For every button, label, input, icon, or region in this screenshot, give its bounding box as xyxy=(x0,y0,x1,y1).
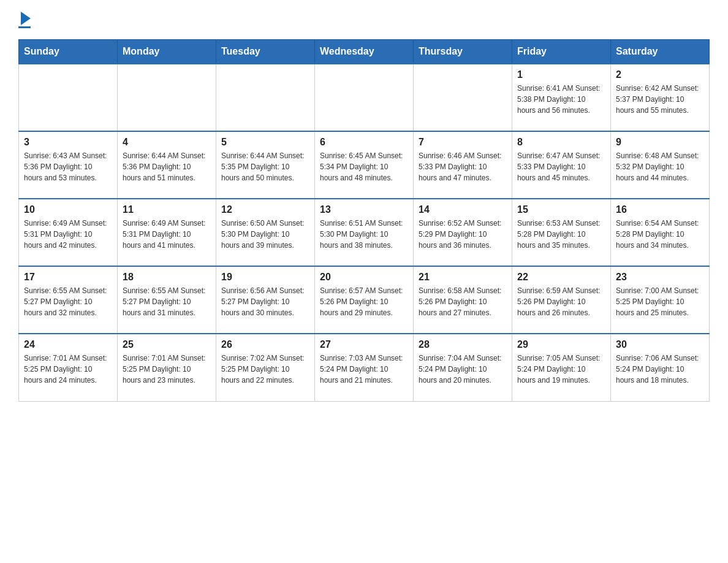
calendar-cell: 16Sunrise: 6:54 AM Sunset: 5:28 PM Dayli… xyxy=(611,199,710,266)
day-number: 24 xyxy=(24,339,112,350)
calendar-cell: 23Sunrise: 7:00 AM Sunset: 5:25 PM Dayli… xyxy=(611,266,710,334)
day-info: Sunrise: 6:59 AM Sunset: 5:26 PM Dayligh… xyxy=(517,285,605,318)
day-info: Sunrise: 6:52 AM Sunset: 5:29 PM Dayligh… xyxy=(419,218,507,251)
calendar-cell: 10Sunrise: 6:49 AM Sunset: 5:31 PM Dayli… xyxy=(19,199,118,266)
day-number: 26 xyxy=(221,339,309,350)
day-info: Sunrise: 6:55 AM Sunset: 5:27 PM Dayligh… xyxy=(123,285,211,318)
day-info: Sunrise: 6:51 AM Sunset: 5:30 PM Dayligh… xyxy=(320,218,408,251)
day-number: 30 xyxy=(616,339,704,350)
day-info: Sunrise: 7:00 AM Sunset: 5:25 PM Dayligh… xyxy=(616,285,704,318)
day-info: Sunrise: 7:05 AM Sunset: 5:24 PM Dayligh… xyxy=(517,353,605,386)
day-number: 3 xyxy=(24,137,112,148)
day-info: Sunrise: 7:01 AM Sunset: 5:25 PM Dayligh… xyxy=(123,353,211,386)
calendar-cell xyxy=(414,64,512,131)
header-monday: Monday xyxy=(118,40,216,64)
calendar-cell: 7Sunrise: 6:46 AM Sunset: 5:33 PM Daylig… xyxy=(414,131,512,199)
calendar-cell: 8Sunrise: 6:47 AM Sunset: 5:33 PM Daylig… xyxy=(512,131,611,199)
calendar-cell: 17Sunrise: 6:55 AM Sunset: 5:27 PM Dayli… xyxy=(19,266,118,334)
calendar-week-row: 10Sunrise: 6:49 AM Sunset: 5:31 PM Dayli… xyxy=(19,199,710,266)
day-number: 18 xyxy=(123,272,211,283)
day-number: 9 xyxy=(616,137,704,148)
calendar-cell: 4Sunrise: 6:44 AM Sunset: 5:36 PM Daylig… xyxy=(118,131,216,199)
calendar-cell: 27Sunrise: 7:03 AM Sunset: 5:24 PM Dayli… xyxy=(315,334,414,401)
day-info: Sunrise: 6:42 AM Sunset: 5:37 PM Dayligh… xyxy=(616,83,704,116)
day-number: 19 xyxy=(221,272,309,283)
calendar-cell: 24Sunrise: 7:01 AM Sunset: 5:25 PM Dayli… xyxy=(19,334,118,401)
calendar-header-row: SundayMondayTuesdayWednesdayThursdayFrid… xyxy=(19,40,710,64)
day-number: 6 xyxy=(320,137,408,148)
calendar-cell: 5Sunrise: 6:44 AM Sunset: 5:35 PM Daylig… xyxy=(216,131,315,199)
calendar-cell: 25Sunrise: 7:01 AM Sunset: 5:25 PM Dayli… xyxy=(118,334,216,401)
day-number: 23 xyxy=(616,272,704,283)
day-info: Sunrise: 7:03 AM Sunset: 5:24 PM Dayligh… xyxy=(320,353,408,386)
calendar-week-row: 17Sunrise: 6:55 AM Sunset: 5:27 PM Dayli… xyxy=(19,266,710,334)
calendar-cell: 30Sunrise: 7:06 AM Sunset: 5:24 PM Dayli… xyxy=(611,334,710,401)
day-number: 12 xyxy=(221,204,309,215)
calendar-cell: 14Sunrise: 6:52 AM Sunset: 5:29 PM Dayli… xyxy=(414,199,512,266)
day-info: Sunrise: 7:06 AM Sunset: 5:24 PM Dayligh… xyxy=(616,353,704,386)
calendar-table: SundayMondayTuesdayWednesdayThursdayFrid… xyxy=(18,39,710,402)
day-info: Sunrise: 6:53 AM Sunset: 5:28 PM Dayligh… xyxy=(517,218,605,251)
calendar-cell xyxy=(118,64,216,131)
calendar-cell: 15Sunrise: 6:53 AM Sunset: 5:28 PM Dayli… xyxy=(512,199,611,266)
day-number: 5 xyxy=(221,137,309,148)
page-header xyxy=(18,12,710,28)
calendar-cell: 1Sunrise: 6:41 AM Sunset: 5:38 PM Daylig… xyxy=(512,64,611,131)
day-info: Sunrise: 6:56 AM Sunset: 5:27 PM Dayligh… xyxy=(221,285,309,318)
calendar-cell: 9Sunrise: 6:48 AM Sunset: 5:32 PM Daylig… xyxy=(611,131,710,199)
day-info: Sunrise: 7:04 AM Sunset: 5:24 PM Dayligh… xyxy=(419,353,507,386)
day-info: Sunrise: 6:49 AM Sunset: 5:31 PM Dayligh… xyxy=(24,218,112,251)
day-number: 8 xyxy=(517,137,605,148)
day-number: 11 xyxy=(123,204,211,215)
day-number: 20 xyxy=(320,272,408,283)
calendar-cell: 19Sunrise: 6:56 AM Sunset: 5:27 PM Dayli… xyxy=(216,266,315,334)
day-number: 7 xyxy=(419,137,507,148)
header-friday: Friday xyxy=(512,40,611,64)
day-number: 16 xyxy=(616,204,704,215)
calendar-cell: 29Sunrise: 7:05 AM Sunset: 5:24 PM Dayli… xyxy=(512,334,611,401)
calendar-cell: 2Sunrise: 6:42 AM Sunset: 5:37 PM Daylig… xyxy=(611,64,710,131)
day-info: Sunrise: 6:44 AM Sunset: 5:36 PM Dayligh… xyxy=(123,150,211,183)
calendar-week-row: 1Sunrise: 6:41 AM Sunset: 5:38 PM Daylig… xyxy=(19,64,710,131)
day-info: Sunrise: 7:01 AM Sunset: 5:25 PM Dayligh… xyxy=(24,353,112,386)
header-wednesday: Wednesday xyxy=(315,40,414,64)
calendar-cell: 12Sunrise: 6:50 AM Sunset: 5:30 PM Dayli… xyxy=(216,199,315,266)
day-info: Sunrise: 6:49 AM Sunset: 5:31 PM Dayligh… xyxy=(123,218,211,251)
calendar-cell: 18Sunrise: 6:55 AM Sunset: 5:27 PM Dayli… xyxy=(118,266,216,334)
day-number: 1 xyxy=(517,69,605,80)
day-info: Sunrise: 6:44 AM Sunset: 5:35 PM Dayligh… xyxy=(221,150,309,183)
day-info: Sunrise: 6:48 AM Sunset: 5:32 PM Dayligh… xyxy=(616,150,704,183)
day-number: 28 xyxy=(419,339,507,350)
day-number: 25 xyxy=(123,339,211,350)
calendar-cell: 28Sunrise: 7:04 AM Sunset: 5:24 PM Dayli… xyxy=(414,334,512,401)
calendar-week-row: 24Sunrise: 7:01 AM Sunset: 5:25 PM Dayli… xyxy=(19,334,710,401)
calendar-cell xyxy=(216,64,315,131)
logo-underline xyxy=(18,26,31,28)
day-info: Sunrise: 6:55 AM Sunset: 5:27 PM Dayligh… xyxy=(24,285,112,318)
calendar-cell: 26Sunrise: 7:02 AM Sunset: 5:25 PM Dayli… xyxy=(216,334,315,401)
logo xyxy=(18,12,31,28)
day-info: Sunrise: 6:46 AM Sunset: 5:33 PM Dayligh… xyxy=(419,150,507,183)
calendar-cell: 21Sunrise: 6:58 AM Sunset: 5:26 PM Dayli… xyxy=(414,266,512,334)
day-info: Sunrise: 6:58 AM Sunset: 5:26 PM Dayligh… xyxy=(419,285,507,318)
day-number: 17 xyxy=(24,272,112,283)
day-info: Sunrise: 6:50 AM Sunset: 5:30 PM Dayligh… xyxy=(221,218,309,251)
day-info: Sunrise: 6:57 AM Sunset: 5:26 PM Dayligh… xyxy=(320,285,408,318)
day-info: Sunrise: 6:54 AM Sunset: 5:28 PM Dayligh… xyxy=(616,218,704,251)
calendar-cell: 20Sunrise: 6:57 AM Sunset: 5:26 PM Dayli… xyxy=(315,266,414,334)
calendar-cell: 22Sunrise: 6:59 AM Sunset: 5:26 PM Dayli… xyxy=(512,266,611,334)
calendar-cell: 11Sunrise: 6:49 AM Sunset: 5:31 PM Dayli… xyxy=(118,199,216,266)
calendar-cell: 13Sunrise: 6:51 AM Sunset: 5:30 PM Dayli… xyxy=(315,199,414,266)
day-number: 10 xyxy=(24,204,112,215)
day-info: Sunrise: 6:41 AM Sunset: 5:38 PM Dayligh… xyxy=(517,83,605,116)
logo-arrow-icon xyxy=(21,12,31,25)
day-info: Sunrise: 6:43 AM Sunset: 5:36 PM Dayligh… xyxy=(24,150,112,183)
day-number: 4 xyxy=(123,137,211,148)
calendar-cell: 3Sunrise: 6:43 AM Sunset: 5:36 PM Daylig… xyxy=(19,131,118,199)
calendar-week-row: 3Sunrise: 6:43 AM Sunset: 5:36 PM Daylig… xyxy=(19,131,710,199)
calendar-cell xyxy=(315,64,414,131)
day-number: 22 xyxy=(517,272,605,283)
day-number: 15 xyxy=(517,204,605,215)
header-sunday: Sunday xyxy=(19,40,118,64)
day-number: 14 xyxy=(419,204,507,215)
